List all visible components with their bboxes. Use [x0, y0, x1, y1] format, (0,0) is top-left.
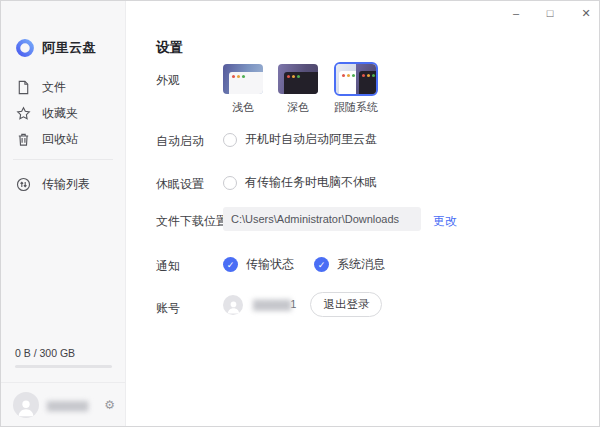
autostart-row: 开机时自动启动阿里云盘	[223, 131, 377, 148]
user-avatar	[13, 392, 39, 418]
account-avatar	[223, 295, 243, 315]
notifications-label: 通知	[156, 258, 180, 275]
theme-system-light-half	[336, 64, 356, 94]
sidebar-bottom-divider	[1, 382, 125, 383]
sleep-label: 休眠设置	[156, 176, 204, 193]
autostart-option-text: 开机时自动启动阿里云盘	[245, 131, 377, 148]
app-logo-row: 阿里云盘	[15, 38, 96, 58]
maximize-button[interactable]: □	[537, 1, 563, 25]
theme-option-system-label: 跟随系统	[327, 100, 385, 115]
system-message-label: 系统消息	[337, 256, 385, 273]
theme-dark-preview	[284, 72, 318, 94]
sidebar-item-label: 收藏夹	[42, 105, 78, 122]
close-button[interactable]: ✕	[573, 1, 599, 25]
notifications-row: ✓ 传输状态 ✓ 系统消息	[223, 256, 385, 273]
file-icon	[16, 80, 31, 95]
app-name: 阿里云盘	[42, 39, 96, 57]
sidebar-item-recycle-bin[interactable]: 回收站	[1, 126, 126, 152]
theme-light-preview	[229, 72, 263, 94]
sidebar-username-masked: ▇▇▇▇▇▇	[47, 400, 87, 411]
system-message-checkbox[interactable]: ✓	[314, 257, 329, 272]
autostart-label: 自动启动	[156, 133, 204, 150]
storage-progress-bar	[15, 365, 112, 368]
theme-option-dark[interactable]	[278, 64, 318, 94]
account-label: 账号	[156, 300, 180, 317]
sidebar: 阿里云盘 文件 收藏夹 回收站	[1, 1, 126, 427]
theme-option-light-label: 浅色	[223, 100, 263, 115]
download-path-field[interactable]: C:\Users\Administrator\Downloads	[223, 207, 421, 231]
page-title: 设置	[156, 39, 183, 57]
transfer-status-label: 传输状态	[246, 256, 294, 273]
theme-option-dark-label: 深色	[278, 100, 318, 115]
sidebar-item-transfer-list[interactable]: 传输列表	[1, 171, 126, 197]
download-location-label: 文件下载位置	[156, 213, 228, 230]
sidebar-item-label: 回收站	[42, 131, 78, 148]
autostart-checkbox[interactable]	[223, 133, 237, 147]
star-icon	[16, 106, 31, 121]
sidebar-item-files[interactable]: 文件	[1, 74, 126, 100]
trash-icon	[16, 132, 31, 147]
sleep-checkbox[interactable]	[223, 176, 237, 190]
transfer-status-checkbox[interactable]: ✓	[223, 257, 238, 272]
sidebar-item-label: 文件	[42, 79, 66, 96]
logout-button[interactable]: 退出登录	[310, 292, 382, 317]
transfer-icon	[16, 177, 31, 192]
change-path-link[interactable]: 更改	[433, 213, 457, 230]
sleep-option-text: 有传输任务时电脑不休眠	[245, 174, 377, 191]
account-username-masked: ▇▇▇▇▇	[253, 298, 290, 310]
theme-option-light[interactable]	[223, 64, 263, 94]
storage-usage-text: 0 B / 300 GB	[15, 347, 75, 359]
sidebar-item-label: 传输列表	[42, 176, 90, 193]
app-window: ‹ › – □ ✕ 阿里云盘	[0, 0, 600, 427]
account-row: ▇▇▇▇▇1 退出登录	[223, 292, 382, 317]
sidebar-item-favorites[interactable]: 收藏夹	[1, 100, 126, 126]
theme-system-dark-half	[356, 64, 376, 94]
sleep-row: 有传输任务时电脑不休眠	[223, 174, 377, 191]
app-logo-icon	[15, 38, 35, 58]
gear-icon[interactable]: ⚙	[104, 398, 115, 412]
appearance-label: 外观	[156, 72, 180, 89]
sidebar-divider	[13, 159, 113, 160]
account-username-suffix: 1	[290, 298, 296, 310]
account-username: ▇▇▇▇▇1	[253, 298, 296, 311]
minimize-button[interactable]: –	[503, 1, 529, 25]
theme-option-system-selected[interactable]	[334, 62, 378, 96]
